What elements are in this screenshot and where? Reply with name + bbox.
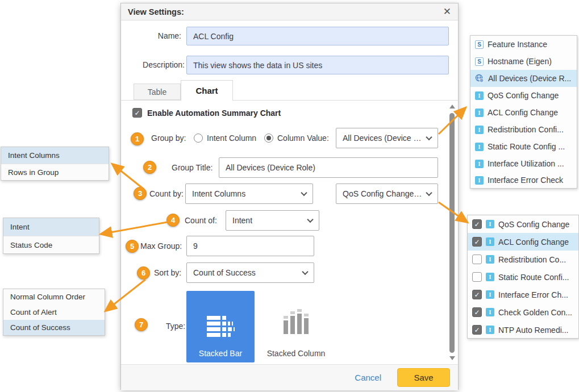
column-value-radio[interactable] [264,134,273,143]
scrollbar-thumb[interactable] [449,113,455,353]
count-of-value: Intent [232,216,252,225]
column-value-radio-label[interactable]: Column Value: [277,128,329,148]
stacked-column-label: Stacked Column [267,349,326,358]
max-group-input[interactable]: 9 [186,236,314,256]
group-title-value: All Devices (Device Role) [226,163,315,172]
option-label: All Devices (Device R... [488,74,571,83]
checkbox-checked[interactable] [472,325,482,335]
chevron-down-icon [307,216,313,223]
view-settings-dialog: View Settings: ✕ Name: ACL Config Descri… [120,3,459,390]
stacked-bar-label: Stacked Bar [199,349,242,358]
list-item[interactable]: All Devices (Device R... [470,70,577,87]
checkbox-checked[interactable] [472,237,482,247]
step-badge-6: 6 [137,266,150,280]
group-by-column-value: All Devices (Device R... [343,134,423,143]
option-label: Intent Columns [8,151,60,160]
list-item[interactable]: I Interface Utilization ... [470,155,577,172]
checkbox-checked[interactable] [472,290,482,299]
i-badge-icon: I [475,176,484,185]
list-item[interactable]: I ACL Config Change [468,233,578,251]
chevron-down-icon [301,190,307,196]
i-badge-icon: I [486,326,494,334]
checkbox-checked[interactable] [472,307,482,317]
scroll-up-icon[interactable] [449,105,455,109]
name-input[interactable]: ACL Config [186,27,449,45]
list-item[interactable]: Status Code [3,236,99,253]
dialog-titlebar: View Settings: ✕ [121,3,458,20]
option-label: Check Golden Con... [498,308,572,317]
description-input[interactable]: This view shows the data in US sites [186,56,449,74]
option-label: Status Code [10,241,52,249]
description-label: Description: [121,56,185,74]
i-badge-icon: I [475,126,484,134]
option-label: QoS Config Change [498,220,569,229]
count-of-select[interactable]: Intent [226,210,319,231]
list-item[interactable]: I Interface Error Ch... [468,286,578,303]
list-item[interactable]: Count of Alert [3,305,105,320]
list-item[interactable]: I Redistribution Confi... [470,121,577,138]
tab-chart[interactable]: Chart [181,80,233,101]
list-item[interactable]: I Static Route Config ... [470,138,577,155]
list-item[interactable]: I Redistribution Co... [468,251,578,268]
i-badge-icon: I [486,290,494,299]
checkbox-unchecked[interactable] [472,255,482,264]
list-item[interactable]: Normal Column Order [3,289,105,305]
i-badge-icon: I [475,160,484,168]
description-value: This view shows the data in US sites [193,61,322,70]
list-item[interactable]: I Interface Error Check [470,172,577,188]
close-icon[interactable]: ✕ [443,7,451,16]
list-item[interactable]: I Check Golden Con... [468,303,578,321]
option-label: NTP Auto Remedi... [498,326,568,335]
save-button[interactable]: Save [397,368,450,387]
step-badge-7: 7 [135,318,148,331]
count-by-value: Intent Columns [192,189,245,198]
option-label: Redistribution Confi... [488,125,564,134]
list-item[interactable]: I ACL Config Change [470,104,577,121]
dialog-scrollbar[interactable] [448,103,456,364]
type-label: Type: [166,316,185,336]
cancel-button[interactable]: Cancel [355,373,381,382]
list-item[interactable]: Count of Success [3,320,105,335]
checkbox-unchecked[interactable] [472,272,482,282]
option-label: Static Route Config ... [488,142,565,151]
group-by-column-select[interactable]: All Devices (Device R... [336,128,438,148]
sort-by-label: Sort by: [154,262,181,283]
list-item[interactable]: S Hostname (Eigen) [470,53,577,70]
i-badge-icon: I [486,273,494,281]
i-badge-icon: I [486,255,494,264]
i-badge-icon: I [475,91,484,100]
option-label: QoS Config Change [488,91,559,100]
option-label: Interface Error Ch... [498,290,568,299]
step-badge-2: 2 [143,161,156,174]
scroll-down-icon[interactable] [449,356,455,360]
intent-column-radio[interactable] [194,134,203,143]
count-of-options-popup: Intent Status Code [3,218,99,254]
stacked-bar-icon [206,315,235,342]
dialog-title: View Settings: [128,7,184,16]
list-item[interactable]: I QoS Config Change [468,215,578,233]
count-by-select[interactable]: Intent Columns [185,184,313,204]
sort-by-select[interactable]: Count of Success [186,262,314,283]
list-item[interactable]: I QoS Config Change [470,87,577,104]
checkbox-checked[interactable] [472,219,482,229]
group-title-input[interactable]: All Devices (Device Role) [219,157,438,178]
i-badge-icon: I [475,143,484,151]
tab-table[interactable]: Table [134,84,181,100]
list-item[interactable]: Intent [3,218,99,236]
list-item[interactable]: I NTP Auto Remedi... [468,321,578,339]
type-option-stacked-bar[interactable]: Stacked Bar [186,291,255,362]
option-label: Feature Instance [488,40,547,49]
option-label: Interface Error Check [488,176,563,185]
globe-icon [475,74,484,83]
count-of-label: Count of: [185,210,217,231]
intent-column-radio-label[interactable]: Intent Column [207,128,256,148]
enable-chart-checkbox[interactable] [132,108,142,118]
count-by-columns-select[interactable]: QoS Config Change,AC... [336,184,438,204]
type-option-stacked-column[interactable]: Stacked Column [259,291,333,362]
group-by-column-popup: S Feature Instance S Hostname (Eigen) Al… [470,35,577,189]
list-item[interactable]: Intent Columns [1,147,109,164]
list-item[interactable]: S Feature Instance [470,36,577,53]
list-item[interactable]: Rows in Group [1,164,109,180]
enable-chart-row: Enable Automation Summary Chart [132,108,281,118]
list-item[interactable]: I Static Route Confi... [468,268,578,286]
